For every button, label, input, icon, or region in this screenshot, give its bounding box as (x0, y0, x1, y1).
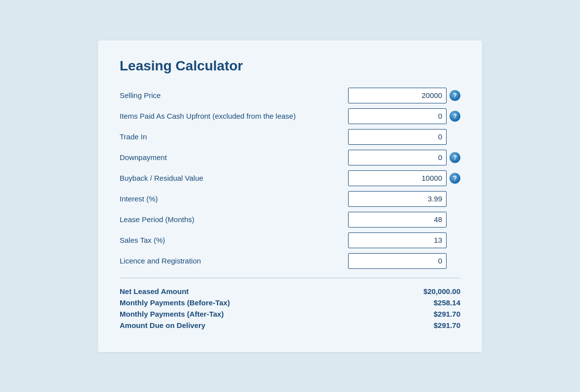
field-label-4: Buyback / Residual Value (120, 174, 348, 182)
field-input-1[interactable] (348, 108, 447, 124)
help-icon-placeholder-6 (450, 214, 460, 225)
fields-container: Selling Price?Items Paid As Cash Upfront… (120, 88, 460, 269)
result-value-0: $20,000.00 (391, 287, 460, 295)
help-icon-4[interactable]: ? (450, 173, 460, 184)
field-row-6: Lease Period (Months) (120, 212, 460, 228)
field-label-5: Interest (%) (120, 195, 348, 203)
field-row-0: Selling Price? (120, 88, 460, 103)
field-row-7: Sales Tax (%) (120, 232, 460, 248)
field-input-group-7 (348, 232, 460, 248)
result-row-2: Monthly Payments (After-Tax)$291.70 (120, 310, 460, 318)
field-input-5[interactable] (348, 191, 447, 207)
field-row-2: Trade In (120, 129, 460, 145)
field-label-2: Trade In (120, 132, 348, 141)
help-icon-3[interactable]: ? (450, 152, 460, 163)
field-input-group-0: ? (348, 88, 460, 103)
field-input-group-4: ? (348, 170, 460, 186)
field-label-1: Items Paid As Cash Upfront (excluded fro… (120, 112, 348, 120)
field-row-3: Downpayment? (120, 150, 460, 165)
help-icon-0[interactable]: ? (450, 90, 460, 101)
field-input-group-5 (348, 191, 460, 207)
field-input-3[interactable] (348, 150, 447, 165)
field-input-group-1: ? (348, 108, 460, 124)
result-label-2: Monthly Payments (After-Tax) (120, 310, 391, 318)
divider (120, 278, 460, 278)
field-row-5: Interest (%) (120, 191, 460, 207)
result-row-3: Amount Due on Delivery$291.70 (120, 321, 460, 329)
result-label-3: Amount Due on Delivery (120, 321, 391, 329)
field-input-group-8 (348, 253, 460, 269)
result-value-1: $258.14 (391, 298, 460, 307)
field-label-7: Sales Tax (%) (120, 236, 348, 244)
field-input-2[interactable] (348, 129, 447, 145)
field-row-1: Items Paid As Cash Upfront (excluded fro… (120, 108, 460, 124)
field-row-4: Buyback / Residual Value? (120, 170, 460, 186)
field-input-group-3: ? (348, 150, 460, 165)
result-label-0: Net Leased Amount (120, 287, 391, 295)
field-input-8[interactable] (348, 253, 447, 269)
result-value-2: $291.70 (391, 310, 460, 318)
result-row-1: Monthly Payments (Before-Tax)$258.14 (120, 298, 460, 307)
field-input-6[interactable] (348, 212, 447, 228)
field-input-group-6 (348, 212, 460, 228)
help-icon-placeholder-8 (450, 256, 460, 266)
field-input-7[interactable] (348, 232, 447, 248)
help-icon-placeholder-5 (450, 194, 460, 204)
page-title: Leasing Calculator (120, 58, 460, 74)
field-input-0[interactable] (348, 88, 447, 103)
field-label-6: Lease Period (Months) (120, 215, 348, 224)
result-value-3: $291.70 (391, 321, 460, 329)
field-input-4[interactable] (348, 170, 447, 186)
help-icon-placeholder-2 (450, 131, 460, 142)
field-input-group-2 (348, 129, 460, 145)
help-icon-1[interactable]: ? (450, 111, 460, 122)
field-label-8: Licence and Registration (120, 257, 348, 265)
results-section: Net Leased Amount$20,000.00Monthly Payme… (120, 287, 460, 329)
result-label-1: Monthly Payments (Before-Tax) (120, 298, 391, 307)
calculator-card: Leasing Calculator Selling Price?Items P… (98, 40, 482, 352)
result-row-0: Net Leased Amount$20,000.00 (120, 287, 460, 295)
help-icon-placeholder-7 (450, 235, 460, 246)
field-label-3: Downpayment (120, 153, 348, 162)
field-row-8: Licence and Registration (120, 253, 460, 269)
field-label-0: Selling Price (120, 91, 348, 99)
